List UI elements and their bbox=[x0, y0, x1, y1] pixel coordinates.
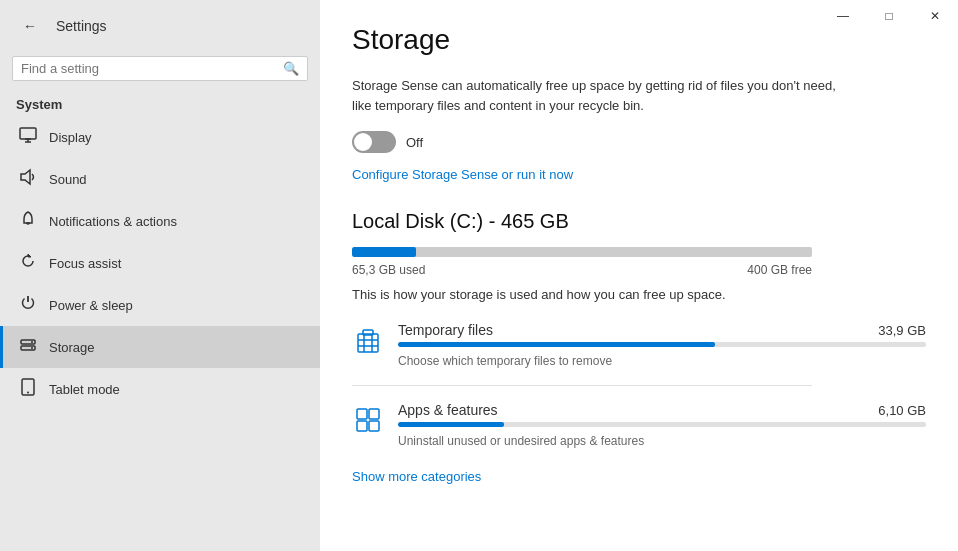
sidebar-item-notifications[interactable]: Notifications & actions bbox=[0, 200, 320, 242]
disk-free-label: 400 GB free bbox=[747, 263, 812, 277]
temp-files-bar-fill bbox=[398, 342, 715, 347]
temp-files-size: 33,9 GB bbox=[878, 323, 926, 338]
svg-rect-20 bbox=[357, 421, 367, 431]
sidebar-nav: Display Sound bbox=[0, 116, 320, 410]
sidebar-item-tablet-label: Tablet mode bbox=[49, 382, 120, 397]
sidebar-title: Settings bbox=[56, 18, 107, 34]
display-icon bbox=[19, 126, 37, 148]
apps-header: Apps & features 6,10 GB bbox=[398, 402, 926, 418]
minimize-button[interactable]: — bbox=[820, 0, 866, 32]
sound-icon bbox=[19, 168, 37, 190]
maximize-button[interactable]: □ bbox=[866, 0, 912, 32]
apps-body: Apps & features 6,10 GB Uninstall unused… bbox=[398, 402, 926, 449]
storage-sense-toggle[interactable] bbox=[352, 131, 396, 153]
disk-bar-used bbox=[352, 247, 416, 257]
apps-bar-fill bbox=[398, 422, 504, 427]
storage-sense-toggle-row: Off bbox=[352, 131, 926, 153]
svg-point-8 bbox=[31, 341, 33, 343]
toggle-knob bbox=[354, 133, 372, 151]
close-button[interactable]: ✕ bbox=[912, 0, 958, 32]
sidebar-item-focus[interactable]: Focus assist bbox=[0, 242, 320, 284]
focus-icon bbox=[19, 252, 37, 274]
storage-item-apps: Apps & features 6,10 GB Uninstall unused… bbox=[352, 402, 926, 449]
svg-marker-4 bbox=[21, 170, 30, 184]
svg-rect-21 bbox=[369, 421, 379, 431]
disk-bar bbox=[352, 247, 812, 257]
svg-rect-17 bbox=[363, 330, 373, 335]
apps-size: 6,10 GB bbox=[878, 403, 926, 418]
storage-item-temp: Temporary files 33,9 GB Choose which tem… bbox=[352, 322, 926, 369]
disk-description: This is how your storage is used and how… bbox=[352, 287, 926, 302]
configure-link[interactable]: Configure Storage Sense or run it now bbox=[352, 167, 573, 182]
search-icon: 🔍 bbox=[283, 61, 299, 76]
sidebar: ← Settings 🔍 System Disp bbox=[0, 0, 320, 551]
sidebar-item-storage-label: Storage bbox=[49, 340, 95, 355]
toggle-state-label: Off bbox=[406, 135, 423, 150]
tablet-icon bbox=[19, 378, 37, 400]
svg-rect-12 bbox=[358, 334, 378, 352]
sidebar-item-tablet[interactable]: Tablet mode bbox=[0, 368, 320, 410]
temp-files-name: Temporary files bbox=[398, 322, 493, 338]
search-input[interactable] bbox=[21, 61, 283, 76]
sidebar-item-display[interactable]: Display bbox=[0, 116, 320, 158]
sidebar-item-notifications-label: Notifications & actions bbox=[49, 214, 177, 229]
apps-bar bbox=[398, 422, 926, 427]
svg-rect-18 bbox=[357, 409, 367, 419]
sidebar-item-storage[interactable]: Storage bbox=[0, 326, 320, 368]
power-icon bbox=[19, 294, 37, 316]
disk-used-label: 65,3 GB used bbox=[352, 263, 425, 277]
sidebar-item-display-label: Display bbox=[49, 130, 92, 145]
section-label: System bbox=[0, 89, 320, 116]
sidebar-item-focus-label: Focus assist bbox=[49, 256, 121, 271]
main-content: — □ ✕ Storage Storage Sense can automati… bbox=[320, 0, 958, 551]
sidebar-item-sound[interactable]: Sound bbox=[0, 158, 320, 200]
temp-files-body: Temporary files 33,9 GB Choose which tem… bbox=[398, 322, 926, 369]
divider-1 bbox=[352, 385, 812, 386]
search-box[interactable]: 🔍 bbox=[12, 56, 308, 81]
svg-rect-0 bbox=[20, 128, 36, 139]
svg-point-9 bbox=[31, 347, 33, 349]
temp-files-header: Temporary files 33,9 GB bbox=[398, 322, 926, 338]
apps-icon bbox=[352, 404, 384, 436]
sidebar-item-power[interactable]: Power & sleep bbox=[0, 284, 320, 326]
temp-files-sublabel: Choose which temporary files to remove bbox=[398, 354, 612, 368]
temp-files-icon bbox=[352, 324, 384, 356]
svg-point-11 bbox=[27, 392, 29, 394]
sidebar-item-power-label: Power & sleep bbox=[49, 298, 133, 313]
svg-rect-19 bbox=[369, 409, 379, 419]
window-controls: — □ ✕ bbox=[820, 0, 958, 32]
back-icon: ← bbox=[23, 18, 37, 34]
disk-labels: 65,3 GB used 400 GB free bbox=[352, 263, 812, 277]
storage-sense-description: Storage Sense can automatically free up … bbox=[352, 76, 852, 115]
sidebar-item-sound-label: Sound bbox=[49, 172, 87, 187]
back-button[interactable]: ← bbox=[16, 12, 44, 40]
show-more-link[interactable]: Show more categories bbox=[352, 469, 481, 484]
apps-sublabel: Uninstall unused or undesired apps & fea… bbox=[398, 434, 644, 448]
sidebar-header: ← Settings bbox=[0, 0, 320, 52]
apps-name: Apps & features bbox=[398, 402, 498, 418]
storage-icon bbox=[19, 336, 37, 358]
temp-files-bar bbox=[398, 342, 926, 347]
disk-title: Local Disk (C:) - 465 GB bbox=[352, 210, 926, 233]
notifications-icon bbox=[19, 210, 37, 232]
